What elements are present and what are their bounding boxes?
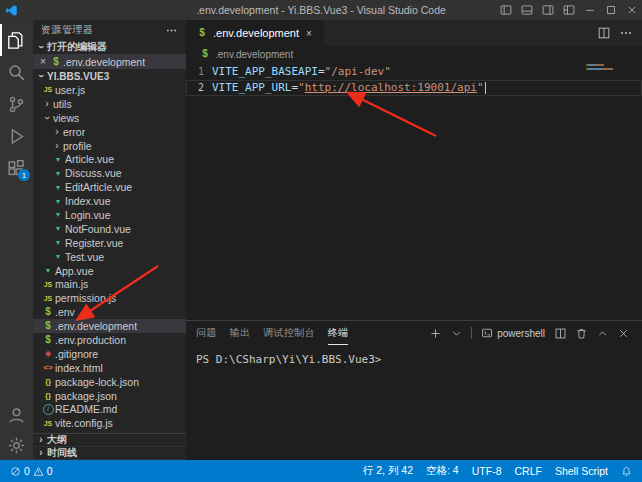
new-terminal-icon[interactable]: [426, 324, 444, 342]
language-mode-status[interactable]: Shell Script: [555, 465, 608, 477]
activity-search[interactable]: [0, 56, 33, 88]
shell-icon: [49, 57, 63, 67]
bell-icon: [621, 466, 632, 477]
maximize-button[interactable]: [600, 0, 621, 20]
file-name: package-lock.json: [55, 376, 139, 388]
vue-icon: [51, 211, 65, 218]
toggle-panel-icon[interactable]: [516, 0, 537, 20]
file-item[interactable]: main.js: [33, 277, 186, 291]
activity-accounts[interactable]: [0, 400, 33, 430]
folder-item[interactable]: error: [33, 125, 186, 139]
more-actions-icon[interactable]: [616, 23, 636, 43]
file-item[interactable]: user.js: [33, 83, 186, 97]
file-name: main.js: [55, 278, 88, 290]
file-name: utils: [53, 98, 72, 110]
minimap-line-mark: [586, 68, 613, 70]
close-tab-icon[interactable]: [303, 28, 315, 39]
notifications-bell[interactable]: [621, 466, 632, 477]
warning-icon: [33, 466, 44, 477]
file-name: Article.vue: [65, 153, 114, 165]
tab-env-development[interactable]: .env.development: [186, 20, 324, 46]
code-editor[interactable]: 1VITE_APP_BASEAPI="/api-dev"2VITE_APP_UR…: [186, 62, 642, 320]
project-section-header[interactable]: YI.BBS.VUE3: [33, 69, 186, 83]
close-button[interactable]: [621, 0, 642, 20]
folder-item[interactable]: views: [33, 111, 186, 125]
encoding-status[interactable]: UTF-8: [472, 465, 502, 477]
split-terminal-icon[interactable]: [551, 324, 569, 342]
file-item[interactable]: Article.vue: [33, 152, 186, 166]
file-item[interactable]: permission.js: [33, 291, 186, 305]
close-icon[interactable]: [37, 56, 49, 67]
minimize-button[interactable]: [579, 0, 600, 20]
file-item[interactable]: .env.development: [33, 319, 186, 333]
kill-terminal-icon[interactable]: [572, 324, 590, 342]
file-item[interactable]: Login.vue: [33, 208, 186, 222]
file-item[interactable]: .gitignore: [33, 347, 186, 361]
problems-status[interactable]: 0 0: [10, 465, 53, 477]
close-panel-icon[interactable]: [614, 324, 632, 342]
toggle-secondary-sidebar-icon[interactable]: [537, 0, 558, 20]
chevron-right-icon: [51, 141, 63, 151]
file-name: package.json: [55, 390, 117, 402]
file-name: .env.development: [55, 320, 137, 332]
file-item[interactable]: Register.vue: [33, 236, 186, 250]
terminal-output[interactable]: PS D:\CSharp\Yi\Yi.BBS.Vue3>: [186, 345, 642, 460]
line-number: 1: [186, 64, 212, 80]
file-item[interactable]: package-lock.json: [33, 375, 186, 389]
panel-tab-2[interactable]: 输出: [230, 321, 251, 345]
panel-tab-4[interactable]: 终端: [328, 321, 349, 345]
open-editors-header[interactable]: 打开的编辑器: [33, 40, 186, 54]
file-item[interactable]: App.vue: [33, 264, 186, 278]
activity-settings[interactable]: [0, 430, 33, 460]
shell-name: powershell: [497, 328, 545, 339]
vue-icon: [51, 253, 65, 260]
activity-extensions[interactable]: 1: [0, 152, 33, 184]
file-item[interactable]: package.json: [33, 389, 186, 403]
open-editor-name: .env.development: [63, 56, 145, 68]
file-item[interactable]: EditArticle.vue: [33, 180, 186, 194]
file-item[interactable]: Index.vue: [33, 194, 186, 208]
file-name: index.html: [55, 362, 103, 374]
activity-source-control[interactable]: [0, 88, 33, 120]
more-actions-icon[interactable]: [165, 24, 178, 37]
sidebar-bottom-sections: 大纲 时间线: [33, 433, 186, 460]
file-item[interactable]: Discuss.vue: [33, 166, 186, 180]
maximize-panel-icon[interactable]: [593, 324, 611, 342]
file-item[interactable]: .env.production: [33, 333, 186, 347]
folder-item[interactable]: utils: [33, 97, 186, 111]
vue-icon: [51, 170, 65, 177]
file-item[interactable]: Test.vue: [33, 250, 186, 264]
timeline-label: 时间线: [47, 446, 77, 460]
activity-explorer[interactable]: [0, 24, 33, 56]
terminal-instance-powershell[interactable]: powershell: [478, 327, 548, 339]
chevron-right-icon: [35, 448, 47, 458]
split-editor-icon[interactable]: [594, 23, 614, 43]
breadcrumb-item: .env.development: [215, 49, 293, 60]
timeline-section-header[interactable]: 时间线: [33, 447, 186, 460]
indentation-status[interactable]: 空格: 4: [426, 464, 459, 478]
sidebar-title: 资源管理器: [41, 23, 165, 37]
eol-status[interactable]: CRLF: [514, 465, 541, 477]
file-item[interactable]: README.md: [33, 402, 186, 416]
chevron-down-icon[interactable]: [447, 324, 465, 342]
breadcrumb[interactable]: .env.development: [186, 46, 642, 62]
panel-tab-1[interactable]: 问题: [196, 321, 217, 345]
cursor-position-status[interactable]: 行 2, 列 42: [363, 464, 413, 478]
line-number: 2: [186, 80, 212, 96]
folder-item[interactable]: profile: [33, 139, 186, 153]
code-line: 2VITE_APP_URL="http://localhost:19001/ap…: [186, 80, 642, 96]
file-item[interactable]: index.html: [33, 361, 186, 375]
activity-run-debug[interactable]: [0, 120, 33, 152]
minimap[interactable]: [586, 64, 616, 72]
customize-layout-icon[interactable]: [558, 0, 579, 20]
js-icon: [41, 420, 55, 427]
error-count: 0: [24, 465, 30, 477]
panel-tab-3[interactable]: 调试控制台: [263, 321, 315, 345]
terminal-icon: [481, 327, 493, 339]
file-item[interactable]: .env: [33, 305, 186, 319]
toggle-sidebar-icon[interactable]: [495, 0, 516, 20]
open-editor-item[interactable]: .env.development: [33, 54, 186, 69]
file-item[interactable]: NotFound.vue: [33, 222, 186, 236]
sidebar-header: 资源管理器: [33, 20, 186, 40]
file-item[interactable]: vite.config.js: [33, 416, 186, 430]
